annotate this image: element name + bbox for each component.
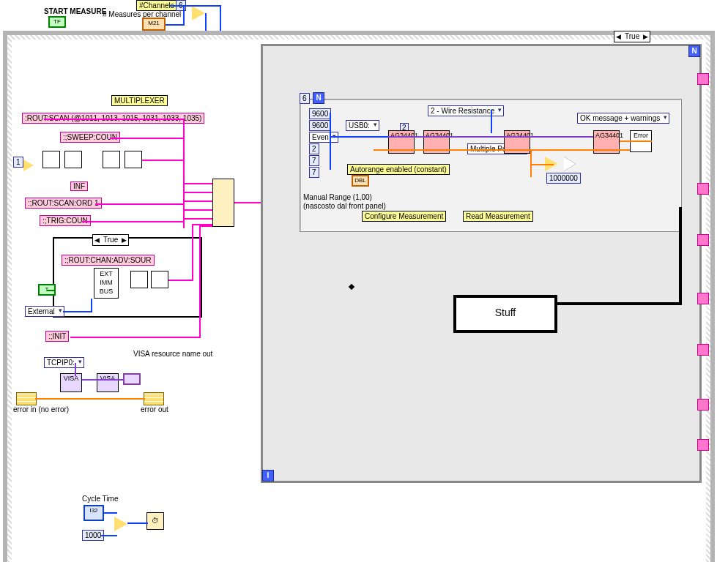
visa-close-subvi[interactable]: VISA [97,373,119,392]
labview-block-diagram: START MEASURE TF #Channels 6 # Measures … [0,0,728,562]
w-trig [82,221,185,222]
error-in-terminal[interactable] [16,392,37,405]
error-to-handler [620,140,652,142]
measures-per-channel-control[interactable]: M21 [142,18,166,31]
init-wire-v [199,225,201,338]
send-in-case[interactable] [151,271,168,288]
outer-case-selector[interactable]: True [614,31,650,42]
external-wire-v [91,299,92,312]
num-7a: 7 [309,155,319,166]
concat-build-node[interactable] [212,179,234,227]
configure-measurement-label: Configure Measurement [362,211,446,222]
ok-message-warnings[interactable]: OK message + warnings [577,113,669,124]
multiply-cycle [114,517,127,531]
inner-for-loop: N I 9600 9600 Even 2 7 7 USB0: 2 2 - Wir… [261,44,702,483]
sr-3 [697,234,709,246]
stuff-label: Stuff [456,307,554,318]
databits-2: 2 [309,143,319,154]
visa-out-indicator[interactable] [123,373,141,385]
cycle-wire1 [104,512,117,514]
sr-4 [697,293,709,304]
cycle-wire2 [101,535,117,536]
concat-strings-1[interactable] [103,151,120,168]
external-enum[interactable]: External [25,306,64,317]
concat-out-wire [234,202,261,203]
data-out-wire-h [550,302,682,305]
ext-imm-bus-enum[interactable]: EXT IMM BUS [94,268,119,299]
meastype-wire [491,110,492,133]
visa-resource-name-out: VISA resource name out [133,350,212,358]
into-concat-5 [185,218,212,220]
concat-strings-2[interactable] [125,151,142,168]
sr-7 [697,439,709,451]
into-concat-2 [185,192,212,193]
serial-cfg-wire-h [330,136,388,138]
init-string: :;INIT [45,331,69,342]
inf-string: INF [70,181,88,191]
w-ord [95,203,185,205]
for-N-box: N [313,92,324,104]
cycle-time-control[interactable]: I32 [83,505,104,521]
init-wire-h [70,337,201,338]
autorange-const: DBL [352,175,369,187]
manual-range-label: Manual Range (1,00) [303,193,372,201]
inner-case-structure [53,237,202,318]
for-N: N [688,45,700,57]
case-output-wire-v [192,224,193,281]
autorange-label: Autorange enabled (constant) [347,164,450,175]
wire-mpc [166,24,183,26]
into-concat-4 [185,209,212,211]
stuff-box: Stuff [453,295,557,333]
wire-mpc-v [183,5,185,26]
format-subvi-1[interactable] [42,151,60,168]
inner-case-selector[interactable]: True [92,234,129,246]
error-in-label: error in (no error) [13,405,69,413]
sr-2 [697,183,709,195]
compare-secondary [564,157,576,171]
data-out-wire-v [679,207,682,302]
usb0-resource[interactable]: USB0: [346,120,379,131]
external-wire [63,311,92,312]
multiply-prim-top [192,6,205,20]
increment-prim [23,160,34,171]
wire-six-right [183,5,220,7]
for-N-six: 6 [300,93,310,104]
baud-9600b: 9600 [309,120,331,131]
error-out-terminal[interactable] [144,392,164,405]
error-out-label: error out [141,405,168,413]
multiplexer-title: MULTIPLEXER [111,95,168,106]
manual-range-sub: (nascosto dal front panel) [303,202,386,210]
cycle-wire3 [127,522,148,524]
measurement-type[interactable]: 2 - Wire Resistance [428,105,504,116]
for-iter: I [262,470,274,482]
start-measure-terminal[interactable]: TF [48,16,66,28]
start-measure-label: START MEASURE [44,7,106,15]
sr-6 [697,399,709,411]
probe-dot [349,284,354,290]
rout-chan-adv-sour: :;ROUT:CHAN:ADV:SOUR [62,255,155,266]
one-million: 1000000 [546,173,581,184]
visa-open-subvi[interactable]: VISA [60,373,82,392]
visa-chain [82,379,125,381]
w-concat [142,160,185,161]
mux-bus-v [183,119,185,228]
div-wire-h [530,164,554,165]
wait-ms-subvi[interactable]: ⏱ [146,512,164,530]
cycle-time-label: Cycle Time [82,495,118,503]
const-one: 1 [13,157,23,168]
init-into-concat [199,225,212,227]
read-measurement-label: Read Measurement [463,211,533,222]
w-sweep [110,138,185,139]
into-concat-3 [185,201,212,202]
sr-5 [697,344,709,356]
format-subvi-2[interactable] [64,151,82,168]
error-chain-wire [374,149,630,151]
tcpip0-resource[interactable]: TCPIP0: [44,357,84,368]
visa-error-wire [35,398,145,400]
num-7b: 7 [309,167,319,178]
serial-cfg-wire-v [330,113,331,170]
concat-in-case[interactable] [130,271,148,288]
bool-into-case [47,290,54,291]
rout-scan-ord-string: :;ROUT:SCAN:ORD 1 [25,198,102,209]
case-output-wire-h [168,280,193,281]
